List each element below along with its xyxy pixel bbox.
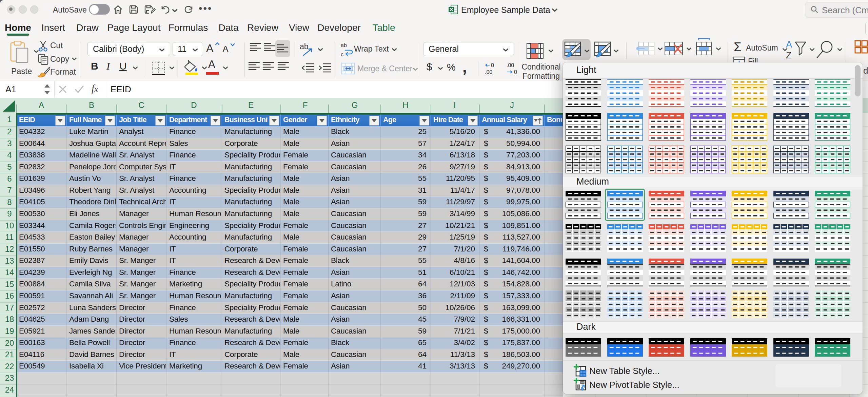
svg-text:c: c [341, 52, 343, 57]
svg-text:.00: .00 [507, 62, 514, 68]
svg-text:ab: ab [341, 42, 347, 48]
svg-text:0: 0 [491, 62, 494, 68]
svg-text:0: 0 [514, 69, 517, 75]
svg-text:.00: .00 [485, 69, 492, 75]
